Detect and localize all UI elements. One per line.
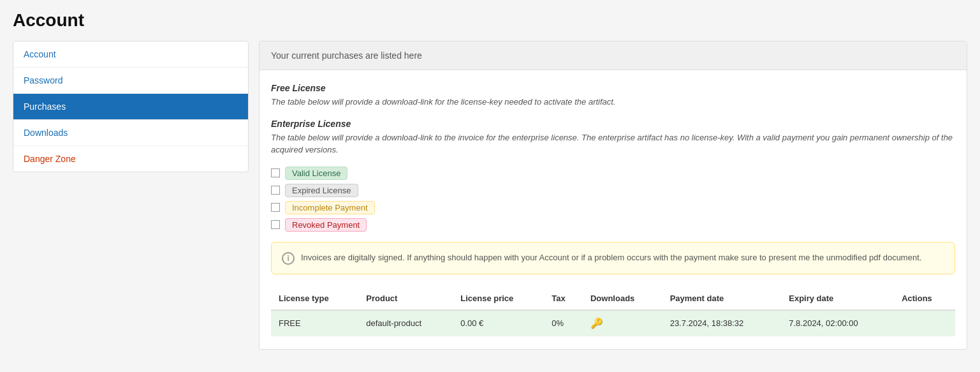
cell-tax: 0% [544, 310, 583, 336]
legend-badge-expired: Expired License [285, 184, 358, 197]
cell-actions [894, 310, 955, 336]
col-payment-date: Payment date [662, 287, 782, 310]
col-downloads: Downloads [583, 287, 662, 310]
legend-incomplete: Incomplete Payment [271, 201, 955, 214]
legend-checkbox-valid[interactable] [271, 168, 280, 177]
col-license-price: License price [453, 287, 544, 310]
cell-product: default-product [358, 310, 453, 336]
info-text: Invoices are digitally signed. If anythi… [301, 251, 921, 265]
sidebar-item-purchases[interactable]: Purchases [13, 94, 248, 120]
legend-checkbox-revoked[interactable] [271, 220, 280, 229]
legend-checkbox-incomplete[interactable] [271, 203, 280, 212]
info-box: i Invoices are digitally signed. If anyt… [271, 242, 955, 274]
col-actions: Actions [894, 287, 955, 310]
table-row: FREE default-product 0.00 € 0% 🔑 23.7.20… [271, 310, 955, 336]
cell-license-price: 0.00 € [453, 310, 544, 336]
cell-downloads[interactable]: 🔑 [583, 310, 662, 336]
legend-badge-valid: Valid License [285, 167, 347, 180]
col-product: Product [358, 287, 453, 310]
enterprise-license-desc: The table below will provide a download-… [271, 131, 955, 156]
legend-revoked: Revoked Payment [271, 218, 955, 232]
legend-section: Valid License Expired License Incomplete… [271, 167, 955, 232]
enterprise-license-title: Enterprise License [271, 119, 955, 129]
sidebar-item-downloads[interactable]: Downloads [13, 120, 248, 146]
col-tax: Tax [544, 287, 583, 310]
main-header: Your current purchases are listed here [260, 41, 967, 70]
col-expiry-date: Expiry date [781, 287, 894, 310]
info-icon: i [282, 252, 295, 265]
purchases-table: License type Product License price Tax D… [271, 287, 955, 336]
free-license-section: Free License The table below will provid… [271, 83, 955, 108]
sidebar-item-password[interactable]: Password [13, 68, 248, 94]
sidebar: Account Password Purchases Downloads Dan… [13, 41, 249, 172]
free-license-desc: The table below will provide a download-… [271, 96, 955, 108]
sidebar-item-danger-zone[interactable]: Danger Zone [13, 146, 248, 172]
main-panel: Your current purchases are listed here F… [259, 41, 967, 350]
legend-expired: Expired License [271, 184, 955, 197]
download-key-icon[interactable]: 🔑 [590, 318, 603, 329]
legend-badge-incomplete: Incomplete Payment [285, 201, 375, 214]
sidebar-item-account[interactable]: Account [13, 41, 248, 68]
cell-expiry-date: 7.8.2024, 02:00:00 [781, 310, 894, 336]
legend-checkbox-expired[interactable] [271, 186, 280, 195]
legend-valid: Valid License [271, 167, 955, 180]
cell-license-type: FREE [271, 310, 358, 336]
col-license-type: License type [271, 287, 358, 310]
legend-badge-revoked: Revoked Payment [285, 218, 367, 232]
enterprise-license-section: Enterprise License The table below will … [271, 119, 955, 156]
page-title: Account [13, 10, 967, 31]
free-license-title: Free License [271, 83, 955, 93]
cell-payment-date: 23.7.2024, 18:38:32 [662, 310, 782, 336]
